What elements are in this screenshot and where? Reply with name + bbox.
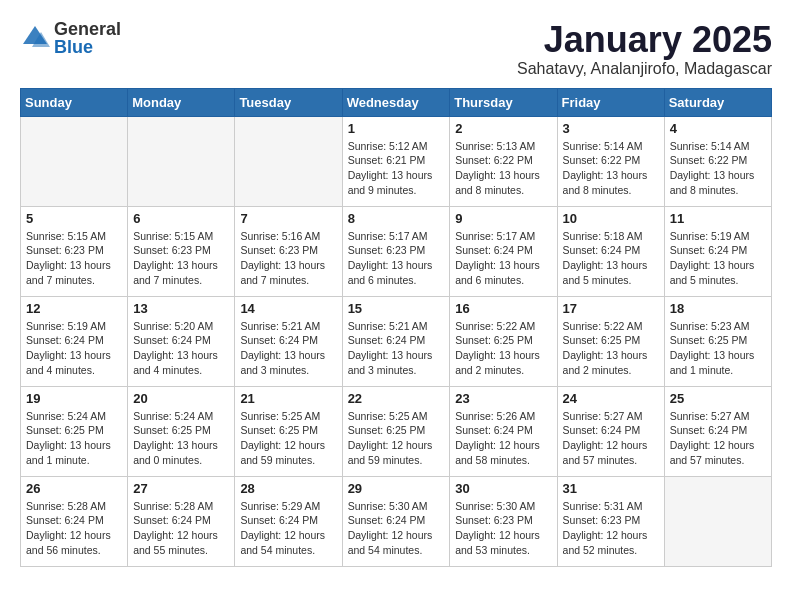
day-cell: 1Sunrise: 5:12 AMSunset: 6:21 PMDaylight…	[342, 116, 450, 206]
day-info: Sunrise: 5:23 AMSunset: 6:25 PMDaylight:…	[670, 319, 766, 378]
day-number: 15	[348, 301, 445, 316]
day-cell: 9Sunrise: 5:17 AMSunset: 6:24 PMDaylight…	[450, 206, 557, 296]
day-cell: 29Sunrise: 5:30 AMSunset: 6:24 PMDayligh…	[342, 476, 450, 566]
day-info: Sunrise: 5:24 AMSunset: 6:25 PMDaylight:…	[26, 409, 122, 468]
logo: General Blue	[20, 20, 121, 56]
day-number: 31	[563, 481, 659, 496]
week-row-0: 1Sunrise: 5:12 AMSunset: 6:21 PMDaylight…	[21, 116, 772, 206]
day-number: 20	[133, 391, 229, 406]
day-info: Sunrise: 5:24 AMSunset: 6:25 PMDaylight:…	[133, 409, 229, 468]
day-info: Sunrise: 5:29 AMSunset: 6:24 PMDaylight:…	[240, 499, 336, 558]
day-info: Sunrise: 5:22 AMSunset: 6:25 PMDaylight:…	[455, 319, 551, 378]
day-info: Sunrise: 5:27 AMSunset: 6:24 PMDaylight:…	[670, 409, 766, 468]
col-header-tuesday: Tuesday	[235, 88, 342, 116]
day-cell: 25Sunrise: 5:27 AMSunset: 6:24 PMDayligh…	[664, 386, 771, 476]
day-cell: 15Sunrise: 5:21 AMSunset: 6:24 PMDayligh…	[342, 296, 450, 386]
day-cell: 12Sunrise: 5:19 AMSunset: 6:24 PMDayligh…	[21, 296, 128, 386]
week-row-2: 12Sunrise: 5:19 AMSunset: 6:24 PMDayligh…	[21, 296, 772, 386]
day-info: Sunrise: 5:18 AMSunset: 6:24 PMDaylight:…	[563, 229, 659, 288]
logo-icon	[20, 23, 50, 53]
week-row-3: 19Sunrise: 5:24 AMSunset: 6:25 PMDayligh…	[21, 386, 772, 476]
col-header-wednesday: Wednesday	[342, 88, 450, 116]
day-info: Sunrise: 5:14 AMSunset: 6:22 PMDaylight:…	[670, 139, 766, 198]
day-info: Sunrise: 5:12 AMSunset: 6:21 PMDaylight:…	[348, 139, 445, 198]
day-number: 28	[240, 481, 336, 496]
day-cell: 2Sunrise: 5:13 AMSunset: 6:22 PMDaylight…	[450, 116, 557, 206]
calendar-header: SundayMondayTuesdayWednesdayThursdayFrid…	[21, 88, 772, 116]
day-number: 19	[26, 391, 122, 406]
day-cell: 3Sunrise: 5:14 AMSunset: 6:22 PMDaylight…	[557, 116, 664, 206]
day-info: Sunrise: 5:19 AMSunset: 6:24 PMDaylight:…	[670, 229, 766, 288]
day-number: 11	[670, 211, 766, 226]
day-cell: 26Sunrise: 5:28 AMSunset: 6:24 PMDayligh…	[21, 476, 128, 566]
day-number: 26	[26, 481, 122, 496]
col-header-thursday: Thursday	[450, 88, 557, 116]
calendar-body: 1Sunrise: 5:12 AMSunset: 6:21 PMDaylight…	[21, 116, 772, 566]
day-number: 7	[240, 211, 336, 226]
col-header-friday: Friday	[557, 88, 664, 116]
calendar-title: January 2025	[517, 20, 772, 60]
day-cell	[128, 116, 235, 206]
day-cell: 28Sunrise: 5:29 AMSunset: 6:24 PMDayligh…	[235, 476, 342, 566]
day-number: 1	[348, 121, 445, 136]
day-cell: 13Sunrise: 5:20 AMSunset: 6:24 PMDayligh…	[128, 296, 235, 386]
header: General Blue January 2025 Sahatavy, Anal…	[20, 20, 772, 78]
day-info: Sunrise: 5:31 AMSunset: 6:23 PMDaylight:…	[563, 499, 659, 558]
day-number: 14	[240, 301, 336, 316]
day-cell: 18Sunrise: 5:23 AMSunset: 6:25 PMDayligh…	[664, 296, 771, 386]
day-cell	[664, 476, 771, 566]
day-info: Sunrise: 5:15 AMSunset: 6:23 PMDaylight:…	[133, 229, 229, 288]
day-cell: 23Sunrise: 5:26 AMSunset: 6:24 PMDayligh…	[450, 386, 557, 476]
day-info: Sunrise: 5:14 AMSunset: 6:22 PMDaylight:…	[563, 139, 659, 198]
day-cell: 6Sunrise: 5:15 AMSunset: 6:23 PMDaylight…	[128, 206, 235, 296]
day-info: Sunrise: 5:22 AMSunset: 6:25 PMDaylight:…	[563, 319, 659, 378]
day-number: 22	[348, 391, 445, 406]
day-info: Sunrise: 5:21 AMSunset: 6:24 PMDaylight:…	[240, 319, 336, 378]
day-number: 25	[670, 391, 766, 406]
logo-blue-text: Blue	[54, 38, 121, 56]
col-header-monday: Monday	[128, 88, 235, 116]
day-cell: 11Sunrise: 5:19 AMSunset: 6:24 PMDayligh…	[664, 206, 771, 296]
logo-general-text: General	[54, 20, 121, 38]
day-cell: 14Sunrise: 5:21 AMSunset: 6:24 PMDayligh…	[235, 296, 342, 386]
day-cell: 8Sunrise: 5:17 AMSunset: 6:23 PMDaylight…	[342, 206, 450, 296]
day-cell	[21, 116, 128, 206]
day-number: 16	[455, 301, 551, 316]
day-cell: 27Sunrise: 5:28 AMSunset: 6:24 PMDayligh…	[128, 476, 235, 566]
day-info: Sunrise: 5:21 AMSunset: 6:24 PMDaylight:…	[348, 319, 445, 378]
col-header-saturday: Saturday	[664, 88, 771, 116]
day-cell: 22Sunrise: 5:25 AMSunset: 6:25 PMDayligh…	[342, 386, 450, 476]
day-cell	[235, 116, 342, 206]
day-info: Sunrise: 5:28 AMSunset: 6:24 PMDaylight:…	[26, 499, 122, 558]
day-cell: 5Sunrise: 5:15 AMSunset: 6:23 PMDaylight…	[21, 206, 128, 296]
day-number: 24	[563, 391, 659, 406]
day-number: 13	[133, 301, 229, 316]
header-row: SundayMondayTuesdayWednesdayThursdayFrid…	[21, 88, 772, 116]
day-info: Sunrise: 5:17 AMSunset: 6:24 PMDaylight:…	[455, 229, 551, 288]
day-cell: 4Sunrise: 5:14 AMSunset: 6:22 PMDaylight…	[664, 116, 771, 206]
day-info: Sunrise: 5:30 AMSunset: 6:23 PMDaylight:…	[455, 499, 551, 558]
day-cell: 20Sunrise: 5:24 AMSunset: 6:25 PMDayligh…	[128, 386, 235, 476]
day-info: Sunrise: 5:30 AMSunset: 6:24 PMDaylight:…	[348, 499, 445, 558]
day-cell: 19Sunrise: 5:24 AMSunset: 6:25 PMDayligh…	[21, 386, 128, 476]
day-number: 12	[26, 301, 122, 316]
calendar-subtitle: Sahatavy, Analanjirofo, Madagascar	[517, 60, 772, 78]
day-info: Sunrise: 5:16 AMSunset: 6:23 PMDaylight:…	[240, 229, 336, 288]
day-info: Sunrise: 5:13 AMSunset: 6:22 PMDaylight:…	[455, 139, 551, 198]
day-info: Sunrise: 5:15 AMSunset: 6:23 PMDaylight:…	[26, 229, 122, 288]
day-number: 18	[670, 301, 766, 316]
day-info: Sunrise: 5:25 AMSunset: 6:25 PMDaylight:…	[348, 409, 445, 468]
day-number: 3	[563, 121, 659, 136]
day-number: 8	[348, 211, 445, 226]
logo-text: General Blue	[54, 20, 121, 56]
col-header-sunday: Sunday	[21, 88, 128, 116]
day-number: 6	[133, 211, 229, 226]
day-cell: 16Sunrise: 5:22 AMSunset: 6:25 PMDayligh…	[450, 296, 557, 386]
title-block: January 2025 Sahatavy, Analanjirofo, Mad…	[517, 20, 772, 78]
day-cell: 7Sunrise: 5:16 AMSunset: 6:23 PMDaylight…	[235, 206, 342, 296]
day-cell: 10Sunrise: 5:18 AMSunset: 6:24 PMDayligh…	[557, 206, 664, 296]
day-number: 2	[455, 121, 551, 136]
day-number: 29	[348, 481, 445, 496]
day-number: 17	[563, 301, 659, 316]
day-number: 21	[240, 391, 336, 406]
